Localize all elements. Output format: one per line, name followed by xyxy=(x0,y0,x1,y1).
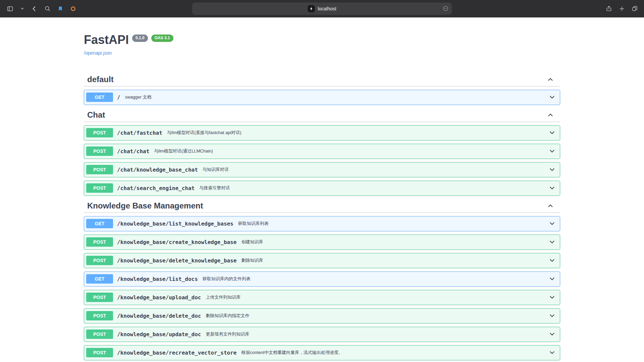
operation-expand-button[interactable] xyxy=(548,238,556,246)
api-info: FastAPI 0.1.0 OAS 3.1 /openapi.json xyxy=(84,17,560,56)
operation-expand-button[interactable] xyxy=(548,166,556,173)
operation-method-badge: POST xyxy=(86,237,113,247)
operation-path: /knowledge_base/delete_doc xyxy=(117,313,201,319)
section-title: Knowledge Base Management xyxy=(87,201,547,210)
operation-expand-button[interactable] xyxy=(548,349,556,356)
chevron-down-icon xyxy=(548,330,556,338)
operation-row[interactable]: POST /knowledge_base/recreate_vector_sto… xyxy=(84,345,560,360)
operation-row[interactable]: POST /knowledge_base/upload_doc 上传文件到知识库 xyxy=(84,290,560,305)
new-tab-button[interactable] xyxy=(618,4,626,13)
chevron-up-icon xyxy=(547,202,554,209)
operation-path: /knowledge_base/recreate_vector_store xyxy=(117,350,236,356)
section-collapse-button[interactable] xyxy=(547,111,554,119)
operation-description: 与llm模型对话(直接与fastchat api对话) xyxy=(167,130,241,136)
back-arrow-icon xyxy=(31,5,38,12)
section-header[interactable]: default xyxy=(84,73,560,86)
bookmark-icon xyxy=(57,6,63,12)
oas-badge: OAS 3.1 xyxy=(151,35,173,42)
sidebar-menu-button[interactable] xyxy=(20,6,25,11)
section-collapse-button[interactable] xyxy=(547,76,554,83)
operation-row[interactable]: POST /chat/knowledge_base_chat 与知识库对话 xyxy=(84,162,560,177)
pinned-site-orange-button[interactable] xyxy=(69,4,77,13)
sidebar-toggle-button[interactable] xyxy=(5,4,15,13)
swagger-page: FastAPI 0.1.0 OAS 3.1 /openapi.json defa… xyxy=(0,17,644,362)
operation-expand-button[interactable] xyxy=(548,257,556,264)
version-badge: 0.1.0 xyxy=(132,35,148,42)
page-menu-button[interactable] xyxy=(443,6,449,12)
operation-row[interactable]: POST /knowledge_base/create_knowledge_ba… xyxy=(84,235,560,250)
operation-expand-button[interactable] xyxy=(548,147,556,155)
sidebar-icon xyxy=(7,5,13,12)
chevron-up-icon xyxy=(547,76,554,83)
chevron-down-icon xyxy=(548,147,556,155)
operation-description: 与知识库对话 xyxy=(203,167,229,173)
section-operations: GET / swagger 文档 xyxy=(84,90,560,105)
lightning-bolt-icon xyxy=(309,6,313,11)
operation-expand-button[interactable] xyxy=(548,294,556,301)
operation-description: 获取知识库列表 xyxy=(238,221,269,227)
section-collapse-button[interactable] xyxy=(547,202,554,209)
operation-expand-button[interactable] xyxy=(548,330,556,338)
operation-row[interactable]: POST /knowledge_base/update_doc 更新现有文件到知… xyxy=(84,327,560,342)
ellipsis-circle-icon xyxy=(443,6,449,12)
tab-overview-button[interactable] xyxy=(630,4,639,13)
operation-path: /chat/fastchat xyxy=(117,130,162,136)
chevron-up-icon xyxy=(547,111,554,119)
operation-row[interactable]: POST /chat/chat 与llm模型对话(通过LLMChain) xyxy=(84,144,560,159)
share-button[interactable] xyxy=(604,4,613,13)
operation-row[interactable]: GET /knowledge_base/list_knowledge_bases… xyxy=(84,216,560,231)
operation-description: 与搜索引擎对话 xyxy=(199,185,230,191)
operation-description: 删除知识库 xyxy=(241,257,263,263)
operation-path: / xyxy=(117,94,120,101)
openapi-spec-link[interactable]: /openapi.json xyxy=(84,50,112,56)
tabs-icon xyxy=(632,5,638,12)
browser-toolbar: localhost xyxy=(0,0,644,17)
operation-path: /chat/chat xyxy=(117,148,149,155)
section-title: Chat xyxy=(87,110,547,120)
chevron-down-icon xyxy=(548,349,556,356)
chevron-down-icon xyxy=(548,294,556,301)
chevron-down-icon xyxy=(548,238,556,246)
section-header[interactable]: Knowledge Base Management xyxy=(84,199,560,213)
operation-expand-button[interactable] xyxy=(548,184,556,192)
operation-path: /chat/knowledge_base_chat xyxy=(117,167,198,173)
operation-row[interactable]: GET /knowledge_base/list_docs 获取知识库内的文件列… xyxy=(84,272,560,287)
api-section: Knowledge Base Management GET /knowledge… xyxy=(84,199,560,360)
chevron-down-icon xyxy=(548,166,556,173)
chevron-down-icon xyxy=(548,312,556,319)
operation-path: /knowledge_base/list_knowledge_bases xyxy=(117,221,233,227)
section-operations: POST /chat/fastchat 与llm模型对话(直接与fastchat… xyxy=(84,125,560,196)
operation-expand-button[interactable] xyxy=(548,94,556,101)
operation-row[interactable]: POST /chat/search_engine_chat 与搜索引擎对话 xyxy=(84,181,560,196)
operation-description: 与llm模型对话(通过LLMChain) xyxy=(154,148,213,154)
share-icon xyxy=(606,5,612,12)
toolbar-right-group xyxy=(604,0,639,17)
section-title: default xyxy=(87,75,547,84)
operation-row[interactable]: POST /chat/fastchat 与llm模型对话(直接与fastchat… xyxy=(84,125,560,140)
operation-method-badge: POST xyxy=(86,128,113,137)
page-title: FastAPI xyxy=(84,34,129,46)
operation-path: /knowledge_base/upload_doc xyxy=(117,294,201,301)
section-header[interactable]: Chat xyxy=(84,108,560,122)
operation-method-badge: GET xyxy=(86,274,113,284)
site-favicon xyxy=(308,5,315,12)
operation-expand-button[interactable] xyxy=(548,129,556,136)
operation-path: /knowledge_base/list_docs xyxy=(117,276,198,282)
operation-row[interactable]: POST /knowledge_base/delete_knowledge_ba… xyxy=(84,253,560,268)
operation-expand-button[interactable] xyxy=(548,220,556,227)
chevron-down-icon xyxy=(548,275,556,283)
operation-row[interactable]: POST /knowledge_base/delete_doc 删除知识库内指定… xyxy=(84,308,560,323)
back-button[interactable] xyxy=(30,4,39,13)
api-section: default GET / swagger 文档 xyxy=(84,73,560,105)
operation-expand-button[interactable] xyxy=(548,312,556,319)
chevron-down-icon xyxy=(548,94,556,101)
operation-row[interactable]: GET / swagger 文档 xyxy=(84,90,560,105)
operation-expand-button[interactable] xyxy=(548,275,556,283)
api-section: Chat POST /chat/fastchat 与llm模型对话(直接与fas… xyxy=(84,108,560,196)
address-bar[interactable]: localhost xyxy=(192,2,452,15)
operation-description: 根据content中文档重建向量库，流式输出处理进度。 xyxy=(241,350,343,356)
chevron-down-icon xyxy=(548,184,556,192)
search-button[interactable] xyxy=(43,4,52,13)
pinned-site-blue-button[interactable] xyxy=(56,4,65,13)
operation-path: /knowledge_base/update_doc xyxy=(117,331,201,338)
